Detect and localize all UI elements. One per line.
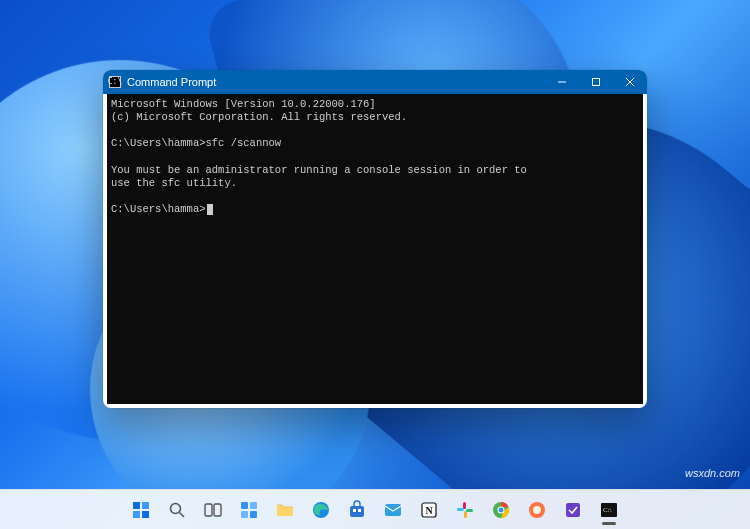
task-view-button[interactable]: [198, 495, 228, 525]
notion-icon: N: [419, 500, 439, 520]
search-icon: [167, 500, 187, 520]
terminal-prompt: C:\Users\hamma>: [111, 203, 206, 215]
svg-text:C:\: C:\: [603, 506, 612, 514]
terminal-area[interactable]: Microsoft Windows [Version 10.0.22000.17…: [107, 94, 643, 404]
search-button[interactable]: [162, 495, 192, 525]
svg-point-31: [533, 506, 541, 514]
mail-icon: [383, 500, 403, 520]
maximize-icon: [591, 77, 601, 87]
terminal-output: use the sfc utility.: [111, 177, 237, 189]
terminal-cursor: [207, 204, 213, 215]
widgets-button[interactable]: [234, 495, 264, 525]
window-controls: [545, 70, 647, 94]
svg-rect-26: [466, 509, 473, 512]
svg-rect-25: [464, 511, 467, 518]
svg-rect-24: [457, 508, 464, 511]
svg-rect-14: [241, 511, 248, 518]
titlebar-left: C:\ Command Prompt: [109, 76, 216, 88]
notion-button[interactable]: N: [414, 495, 444, 525]
svg-rect-12: [241, 502, 248, 509]
edge-button[interactable]: [306, 495, 336, 525]
svg-rect-20: [385, 504, 401, 516]
svg-rect-4: [133, 502, 140, 509]
browser-icon: [527, 500, 547, 520]
svg-rect-23: [463, 502, 466, 509]
close-button[interactable]: [613, 70, 647, 94]
svg-text:N: N: [425, 505, 433, 516]
terminal-output: You must be an administrator running a c…: [111, 164, 527, 176]
chrome-button[interactable]: [486, 495, 516, 525]
store-button[interactable]: [342, 495, 372, 525]
task-view-icon: [203, 500, 223, 520]
svg-rect-5: [142, 502, 149, 509]
terminal-line: Microsoft Windows [Version 10.0.22000.17…: [111, 98, 376, 110]
svg-rect-13: [250, 502, 257, 509]
taskbar[interactable]: N C:\: [0, 489, 750, 529]
terminal-line: (c) Microsoft Corporation. All rights re…: [111, 111, 407, 123]
slack-button[interactable]: [450, 495, 480, 525]
svg-rect-11: [214, 504, 221, 516]
maximize-button[interactable]: [579, 70, 613, 94]
svg-point-8: [171, 503, 181, 513]
minimize-button[interactable]: [545, 70, 579, 94]
cmd-icon: C:\: [109, 76, 121, 88]
svg-rect-10: [205, 504, 212, 516]
terminal-prompt: C:\Users\hamma>: [111, 137, 206, 149]
command-prompt-window[interactable]: C:\ Command Prompt Microsoft Windows [Ve…: [103, 70, 647, 408]
slack-icon: [455, 500, 475, 520]
start-button[interactable]: [126, 495, 156, 525]
window-title: Command Prompt: [127, 76, 216, 88]
start-icon: [131, 500, 151, 520]
svg-rect-6: [133, 511, 140, 518]
svg-rect-1: [593, 79, 600, 86]
svg-rect-32: [566, 503, 580, 517]
minimize-icon: [557, 77, 567, 87]
snip-button[interactable]: [558, 495, 588, 525]
store-icon: [347, 500, 367, 520]
taskbar-center: N C:\: [126, 495, 624, 525]
cmd-taskbar-button[interactable]: C:\: [594, 495, 624, 525]
edge-icon: [311, 500, 331, 520]
titlebar[interactable]: C:\ Command Prompt: [103, 70, 647, 94]
chrome-icon: [491, 500, 511, 520]
mail-button[interactable]: [378, 495, 408, 525]
svg-rect-7: [142, 511, 149, 518]
file-explorer-button[interactable]: [270, 495, 300, 525]
svg-rect-15: [250, 511, 257, 518]
snip-icon: [563, 500, 583, 520]
svg-rect-19: [358, 509, 361, 512]
watermark-text: wsxdn.com: [685, 467, 740, 479]
svg-rect-18: [353, 509, 356, 512]
cmd-icon: C:\: [599, 500, 619, 520]
svg-point-29: [499, 507, 504, 512]
svg-rect-17: [350, 506, 364, 517]
close-icon: [625, 77, 635, 87]
terminal-command: sfc /scannow: [206, 137, 282, 149]
svg-line-9: [180, 512, 185, 517]
folder-icon: [275, 500, 295, 520]
browser-button[interactable]: [522, 495, 552, 525]
desktop: wsxdn.com C:\ Command Prompt Microsoft W…: [0, 0, 750, 529]
widgets-icon: [239, 500, 259, 520]
